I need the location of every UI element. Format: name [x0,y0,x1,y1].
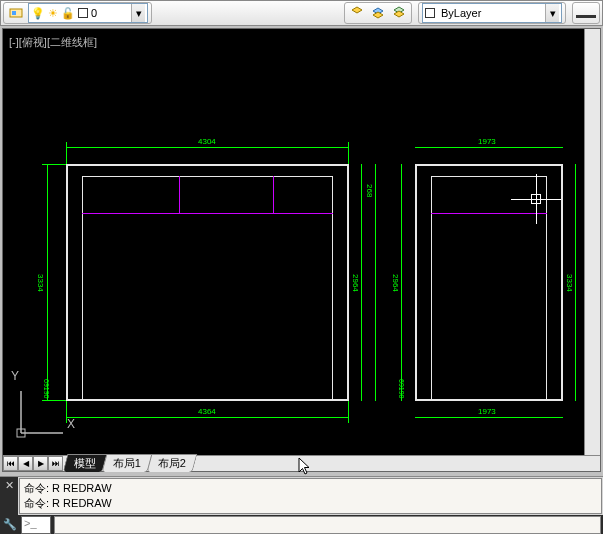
tab-layout1[interactable]: 布局1 [102,454,153,472]
dim-line [415,417,563,418]
dim-ext [348,142,349,164]
command-area: ✕ 命令: R REDRAW 命令: R REDRAW 🔧 >_ [0,476,603,534]
dim-text: 69190 [398,379,405,398]
geom-line [82,399,333,400]
top-toolbar: 💡 ☀ 🔓 0 ▾ ByLayer ▾ [0,0,603,26]
dim-text: 4364 [198,407,216,416]
dim-ext [66,142,67,164]
geom-line [431,176,547,177]
properties-group: ByLayer ▾ [418,2,566,24]
close-icon[interactable]: ✕ [5,479,14,492]
dim-text: 3334 [565,274,574,292]
tab-first-button[interactable]: ⏮ [3,456,18,471]
dim-line [66,417,349,418]
geom-line [82,176,333,177]
viewport-label[interactable]: [-][俯视][二维线框] [9,35,97,50]
model-tab-bar: ⏮ ◀ ▶ ⏭ 模型 布局1 布局2 [3,455,600,471]
cmd-history-line: 命令: R REDRAW [24,481,597,496]
ucs-x-label: X [67,417,75,431]
bulb-icon: 💡 [31,7,45,20]
dim-text: 3334 [36,274,45,292]
linetype-combo[interactable]: ByLayer ▾ [422,3,562,23]
dim-text: 268 [365,184,374,197]
tab-next-button[interactable]: ▶ [33,456,48,471]
dim-text: 1973 [478,407,496,416]
geom-line [347,164,349,401]
tab-prev-button[interactable]: ◀ [18,456,33,471]
geom-line [179,176,180,213]
ucs-icon [13,381,73,441]
linetype-value: ByLayer [438,7,542,19]
geom-line [66,164,349,166]
lineweight-group [572,2,600,24]
bylayer-swatch [425,8,435,18]
chevron-down-icon[interactable]: ▾ [131,4,145,22]
layer-manage-group [344,2,412,24]
dim-ext [348,401,349,423]
layer-name: 0 [91,7,128,19]
command-history[interactable]: 命令: R REDRAW 命令: R REDRAW [19,478,602,514]
geom-line [273,176,274,213]
cmd-sidebar: ✕ [0,477,18,515]
geom-line [431,176,432,400]
ucs-y-label: Y [11,369,19,383]
geom-line [66,164,68,401]
command-input[interactable]: >_ [21,516,51,534]
dim-text: 4304 [198,137,216,146]
geom-line [415,164,563,166]
dim-line [401,164,402,401]
geom-line [82,176,83,400]
geom-line [415,164,417,401]
dim-text: 2964 [351,274,360,292]
layer-states-button[interactable] [7,4,25,22]
dim-line [415,147,563,148]
wrench-icon[interactable]: 🔧 [2,517,18,533]
scrollbar-vertical[interactable] [584,29,600,455]
cmd-history-line: 命令: R REDRAW [24,496,597,511]
layer-iso-button[interactable] [348,4,366,22]
dim-line [575,164,576,401]
pickbox [531,194,541,204]
dim-ext [42,164,66,165]
tab-layout2[interactable]: 布局2 [147,454,198,472]
tab-model[interactable]: 模型 [63,454,108,472]
dim-line [361,164,362,401]
lineweight-icon [576,15,596,18]
lock-icon: 🔓 [61,7,75,20]
sun-icon: ☀ [48,7,58,20]
chevron-down-icon[interactable]: ▾ [545,4,559,22]
geom-line [82,213,333,214]
geom-line [561,164,563,401]
layer-tools-group: 💡 ☀ 🔓 0 ▾ [3,2,152,24]
geom-line [431,213,547,214]
layer-prev-button[interactable] [369,4,387,22]
layer-swatch [78,8,88,18]
geom-line [332,176,333,400]
geom-line [415,399,563,401]
command-input-ext[interactable] [54,516,601,534]
dim-line [47,164,48,401]
layer-walk-button[interactable] [390,4,408,22]
dim-line [375,164,376,401]
drawing-canvas[interactable]: [-][俯视][二维线框] 4304 4364 [3,29,600,471]
dim-line [66,147,349,148]
geom-line [546,176,547,400]
layer-combo[interactable]: 💡 ☀ 🔓 0 ▾ [28,3,148,23]
svg-rect-1 [12,11,16,15]
dim-text: 1973 [478,137,496,146]
command-input-row: 🔧 >_ [0,515,603,534]
drawing-canvas-wrap: [-][俯视][二维线框] 4304 4364 [2,28,601,472]
tab-last-button[interactable]: ⏭ [48,456,63,471]
dim-text: 2964 [391,274,400,292]
